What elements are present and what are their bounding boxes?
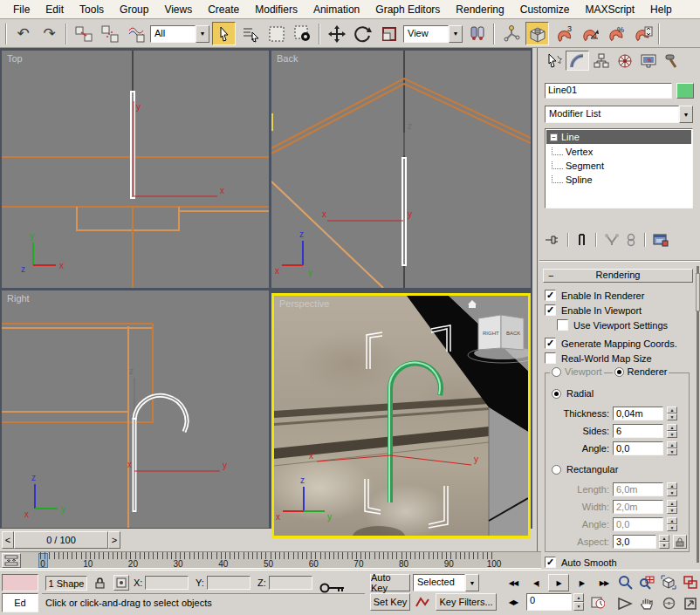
object-name-field[interactable]: Line01 xyxy=(545,83,672,99)
checkbox-icon[interactable]: ✓ xyxy=(545,304,556,316)
thickness-spinner[interactable]: ▲▼ xyxy=(667,407,677,420)
angle-spinner[interactable]: ▲▼ xyxy=(667,441,677,455)
key-filters-button[interactable]: Key Filters... xyxy=(436,593,497,611)
object-color-swatch[interactable] xyxy=(676,83,694,99)
selection-lock-icon[interactable] xyxy=(91,574,108,591)
snap-3d-icon[interactable]: 3 xyxy=(552,22,575,45)
chevron-down-icon[interactable]: ▼ xyxy=(449,25,463,43)
width-spinner[interactable]: ▲▼ xyxy=(667,500,677,514)
viewport-perspective[interactable]: Perspective RIGHT BACK xyxy=(271,293,531,538)
show-end-result-icon[interactable] xyxy=(576,233,588,247)
rendering-rollout-header[interactable]: − Rendering xyxy=(543,269,693,283)
radio-icon[interactable] xyxy=(552,367,561,377)
viewport-perspective-label[interactable]: Perspective xyxy=(279,298,329,309)
checkbox-icon[interactable]: ✓ xyxy=(545,338,556,349)
checkbox-icon[interactable] xyxy=(557,319,568,331)
mini-curve-editor-icon[interactable] xyxy=(2,553,21,568)
select-and-link-icon[interactable] xyxy=(72,22,95,45)
chevron-down-icon[interactable]: ▼ xyxy=(465,574,479,591)
maxscript-listener-field[interactable]: Ed xyxy=(2,593,38,612)
checkbox-icon[interactable]: ✓ xyxy=(545,557,556,568)
default-in-out-tangents-icon[interactable] xyxy=(413,593,432,611)
radio-icon[interactable] xyxy=(552,465,561,475)
field-of-view-icon[interactable] xyxy=(614,594,635,612)
unlink-selection-icon[interactable] xyxy=(98,22,121,45)
modifier-stack[interactable]: − Line Vertex Segment Spline xyxy=(545,128,693,208)
redo-icon[interactable]: ↷ xyxy=(38,22,61,45)
sides-field[interactable]: 6 xyxy=(613,424,663,438)
key-mode-toggle-button[interactable]: ◀▶ xyxy=(503,593,524,611)
stack-item-spline[interactable]: Spline xyxy=(546,172,691,186)
viewport-right[interactable]: Right z x y z y x xyxy=(2,290,269,528)
viewport-right-label[interactable]: Right xyxy=(7,293,30,304)
tab-hierarchy[interactable] xyxy=(589,51,613,71)
aspect-lock-icon[interactable] xyxy=(673,535,687,549)
z-coord-field[interactable] xyxy=(269,576,312,590)
tab-modify[interactable] xyxy=(566,51,589,71)
menu-maxscript[interactable]: MAXScript xyxy=(577,1,642,18)
tab-create[interactable] xyxy=(542,51,566,71)
percent-snap-icon[interactable]: % xyxy=(604,22,628,45)
sides-spinner[interactable]: ▲▼ xyxy=(667,424,677,438)
select-and-rotate-icon[interactable] xyxy=(351,22,374,45)
radio-icon[interactable] xyxy=(552,389,561,399)
select-and-manipulate-icon[interactable] xyxy=(499,22,523,45)
checkbox-auto-smooth[interactable]: ✓ Auto Smooth xyxy=(545,557,617,568)
checkbox-icon[interactable] xyxy=(545,352,556,364)
chevron-down-icon[interactable]: ▼ xyxy=(679,106,693,123)
zoom-extents-all-icon[interactable] xyxy=(680,573,700,591)
next-frame-button[interactable]: |▶ xyxy=(572,574,591,591)
rectangular-selection-region-icon[interactable] xyxy=(264,22,288,45)
radio-icon[interactable] xyxy=(614,367,624,377)
zoom-icon[interactable] xyxy=(614,573,635,591)
go-to-end-button[interactable]: ▶▶ xyxy=(594,574,614,591)
checkbox-icon[interactable]: ✓ xyxy=(545,290,556,301)
viewport-back[interactable]: Back z x y z x y xyxy=(271,51,531,288)
menu-animation[interactable]: Animation xyxy=(305,1,367,18)
checkbox-enable-in-renderer[interactable]: ✓ Enable In Renderer xyxy=(545,290,644,301)
macro-recorder-field[interactable] xyxy=(2,574,38,591)
viewport-top-label[interactable]: Top xyxy=(7,53,23,64)
radio-radial[interactable]: Radial xyxy=(552,388,594,399)
checkbox-generate-mapping-coords[interactable]: ✓ Generate Mapping Coords. xyxy=(545,338,677,349)
x-coord-field[interactable] xyxy=(145,576,189,590)
time-configuration-icon[interactable] xyxy=(587,593,608,611)
radio-renderer[interactable]: Renderer xyxy=(613,366,669,377)
panel-scrollbar[interactable] xyxy=(697,266,699,563)
select-object-button[interactable] xyxy=(212,22,236,45)
select-and-scale-icon[interactable] xyxy=(377,22,401,45)
make-unique-icon[interactable] xyxy=(604,233,620,247)
rect-angle-spinner[interactable]: ▲▼ xyxy=(667,517,677,531)
y-coord-field[interactable] xyxy=(207,576,250,590)
length-spinner[interactable]: ▲▼ xyxy=(667,482,677,496)
aspect-field[interactable]: 3,0 xyxy=(613,535,656,549)
min-max-toggle-icon[interactable] xyxy=(680,594,700,612)
configure-modifier-sets-icon[interactable] xyxy=(653,233,669,247)
menu-modifiers[interactable]: Modifiers xyxy=(247,1,305,18)
menu-help[interactable]: Help xyxy=(642,1,680,18)
expand-toggle-icon[interactable]: − xyxy=(550,133,558,141)
menu-group[interactable]: Group xyxy=(112,1,156,18)
select-by-name-icon[interactable] xyxy=(238,22,262,45)
current-frame-field[interactable]: 0 xyxy=(526,593,572,611)
pan-hand-icon[interactable] xyxy=(636,594,657,612)
bind-to-space-warp-icon[interactable] xyxy=(124,22,148,45)
chevron-down-icon[interactable]: ▼ xyxy=(196,25,209,43)
go-to-start-button[interactable]: ◀◀ xyxy=(503,574,524,591)
set-key-button[interactable]: Set Key xyxy=(370,593,410,611)
time-slider-next-button[interactable]: > xyxy=(108,531,120,549)
snaps-toggle-button[interactable] xyxy=(525,22,549,45)
zoom-extents-icon[interactable] xyxy=(658,573,679,591)
arc-rotate-icon[interactable] xyxy=(658,594,679,612)
menu-graph-editors[interactable]: Graph Editors xyxy=(367,1,448,18)
modifier-list-dropdown[interactable]: Modifier List ▼ xyxy=(545,106,693,123)
previous-frame-button[interactable]: ◀| xyxy=(526,574,546,591)
menu-edit[interactable]: Edit xyxy=(38,1,72,18)
stack-item-segment[interactable]: Segment xyxy=(546,158,691,172)
length-field[interactable]: 6,0m xyxy=(613,482,663,496)
use-pivot-point-icon[interactable] xyxy=(465,22,489,45)
checkbox-use-viewport-settings[interactable]: Use Viewport Settings xyxy=(557,319,668,331)
radio-rectangular[interactable]: Rectangular xyxy=(552,464,618,475)
tab-display[interactable] xyxy=(636,51,660,71)
viewport-top[interactable]: Top y x y x z xyxy=(2,51,269,288)
